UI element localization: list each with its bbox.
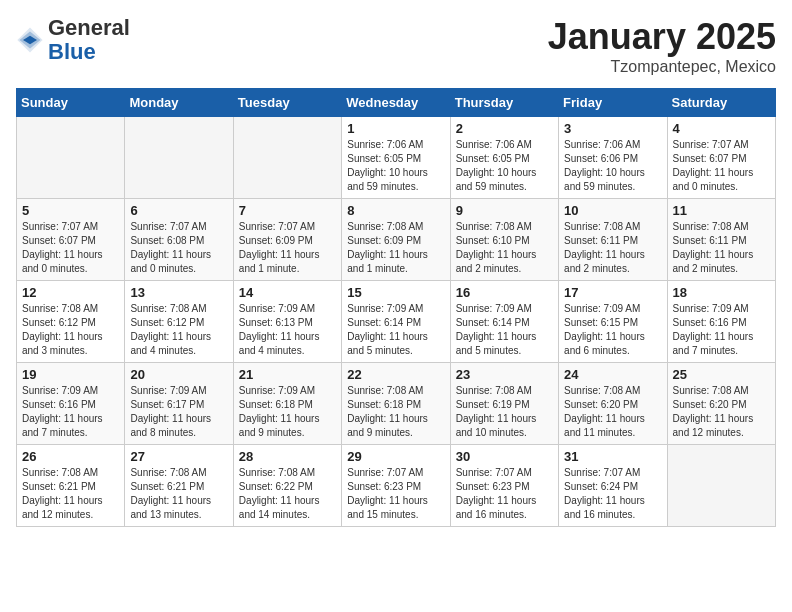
day-number: 3 xyxy=(564,121,661,136)
cell-info: Sunrise: 7:09 AM Sunset: 6:17 PM Dayligh… xyxy=(130,384,227,440)
day-number: 8 xyxy=(347,203,444,218)
day-number: 15 xyxy=(347,285,444,300)
cell-info: Sunrise: 7:08 AM Sunset: 6:11 PM Dayligh… xyxy=(564,220,661,276)
day-number: 12 xyxy=(22,285,119,300)
day-number: 9 xyxy=(456,203,553,218)
calendar-cell: 7Sunrise: 7:07 AM Sunset: 6:09 PM Daylig… xyxy=(233,199,341,281)
day-number: 27 xyxy=(130,449,227,464)
calendar-cell: 15Sunrise: 7:09 AM Sunset: 6:14 PM Dayli… xyxy=(342,281,450,363)
day-number: 29 xyxy=(347,449,444,464)
day-number: 14 xyxy=(239,285,336,300)
day-number: 24 xyxy=(564,367,661,382)
cell-info: Sunrise: 7:07 AM Sunset: 6:24 PM Dayligh… xyxy=(564,466,661,522)
cell-info: Sunrise: 7:08 AM Sunset: 6:18 PM Dayligh… xyxy=(347,384,444,440)
weekday-header-thursday: Thursday xyxy=(450,89,558,117)
page-header: General Blue January 2025 Tzompantepec, … xyxy=(16,16,776,76)
calendar-cell: 13Sunrise: 7:08 AM Sunset: 6:12 PM Dayli… xyxy=(125,281,233,363)
title-block: January 2025 Tzompantepec, Mexico xyxy=(548,16,776,76)
day-number: 21 xyxy=(239,367,336,382)
calendar-cell: 26Sunrise: 7:08 AM Sunset: 6:21 PM Dayli… xyxy=(17,445,125,527)
cell-info: Sunrise: 7:08 AM Sunset: 6:10 PM Dayligh… xyxy=(456,220,553,276)
cell-info: Sunrise: 7:09 AM Sunset: 6:16 PM Dayligh… xyxy=(673,302,770,358)
day-number: 16 xyxy=(456,285,553,300)
cell-info: Sunrise: 7:08 AM Sunset: 6:09 PM Dayligh… xyxy=(347,220,444,276)
day-number: 23 xyxy=(456,367,553,382)
cell-info: Sunrise: 7:09 AM Sunset: 6:15 PM Dayligh… xyxy=(564,302,661,358)
calendar-cell: 12Sunrise: 7:08 AM Sunset: 6:12 PM Dayli… xyxy=(17,281,125,363)
day-number: 19 xyxy=(22,367,119,382)
cell-info: Sunrise: 7:09 AM Sunset: 6:13 PM Dayligh… xyxy=(239,302,336,358)
calendar-table: SundayMondayTuesdayWednesdayThursdayFrid… xyxy=(16,88,776,527)
cell-info: Sunrise: 7:07 AM Sunset: 6:07 PM Dayligh… xyxy=(673,138,770,194)
weekday-header-row: SundayMondayTuesdayWednesdayThursdayFrid… xyxy=(17,89,776,117)
day-number: 22 xyxy=(347,367,444,382)
calendar-cell: 8Sunrise: 7:08 AM Sunset: 6:09 PM Daylig… xyxy=(342,199,450,281)
calendar-cell: 19Sunrise: 7:09 AM Sunset: 6:16 PM Dayli… xyxy=(17,363,125,445)
cell-info: Sunrise: 7:08 AM Sunset: 6:19 PM Dayligh… xyxy=(456,384,553,440)
location: Tzompantepec, Mexico xyxy=(548,58,776,76)
calendar-week-1: 1Sunrise: 7:06 AM Sunset: 6:05 PM Daylig… xyxy=(17,117,776,199)
cell-info: Sunrise: 7:08 AM Sunset: 6:20 PM Dayligh… xyxy=(673,384,770,440)
calendar-cell: 25Sunrise: 7:08 AM Sunset: 6:20 PM Dayli… xyxy=(667,363,775,445)
weekday-header-monday: Monday xyxy=(125,89,233,117)
logo-general-text: General xyxy=(48,15,130,40)
cell-info: Sunrise: 7:07 AM Sunset: 6:08 PM Dayligh… xyxy=(130,220,227,276)
day-number: 2 xyxy=(456,121,553,136)
day-number: 13 xyxy=(130,285,227,300)
calendar-cell: 2Sunrise: 7:06 AM Sunset: 6:05 PM Daylig… xyxy=(450,117,558,199)
cell-info: Sunrise: 7:06 AM Sunset: 6:05 PM Dayligh… xyxy=(456,138,553,194)
cell-info: Sunrise: 7:08 AM Sunset: 6:11 PM Dayligh… xyxy=(673,220,770,276)
calendar-cell: 22Sunrise: 7:08 AM Sunset: 6:18 PM Dayli… xyxy=(342,363,450,445)
day-number: 7 xyxy=(239,203,336,218)
calendar-cell: 30Sunrise: 7:07 AM Sunset: 6:23 PM Dayli… xyxy=(450,445,558,527)
cell-info: Sunrise: 7:07 AM Sunset: 6:07 PM Dayligh… xyxy=(22,220,119,276)
cell-info: Sunrise: 7:09 AM Sunset: 6:18 PM Dayligh… xyxy=(239,384,336,440)
logo: General Blue xyxy=(16,16,130,64)
cell-info: Sunrise: 7:09 AM Sunset: 6:14 PM Dayligh… xyxy=(456,302,553,358)
calendar-cell xyxy=(233,117,341,199)
day-number: 26 xyxy=(22,449,119,464)
day-number: 28 xyxy=(239,449,336,464)
calendar-cell: 28Sunrise: 7:08 AM Sunset: 6:22 PM Dayli… xyxy=(233,445,341,527)
day-number: 17 xyxy=(564,285,661,300)
day-number: 5 xyxy=(22,203,119,218)
calendar-cell: 5Sunrise: 7:07 AM Sunset: 6:07 PM Daylig… xyxy=(17,199,125,281)
calendar-week-5: 26Sunrise: 7:08 AM Sunset: 6:21 PM Dayli… xyxy=(17,445,776,527)
cell-info: Sunrise: 7:07 AM Sunset: 6:23 PM Dayligh… xyxy=(456,466,553,522)
weekday-header-friday: Friday xyxy=(559,89,667,117)
calendar-cell: 10Sunrise: 7:08 AM Sunset: 6:11 PM Dayli… xyxy=(559,199,667,281)
day-number: 25 xyxy=(673,367,770,382)
calendar-cell: 31Sunrise: 7:07 AM Sunset: 6:24 PM Dayli… xyxy=(559,445,667,527)
cell-info: Sunrise: 7:06 AM Sunset: 6:05 PM Dayligh… xyxy=(347,138,444,194)
calendar-cell: 18Sunrise: 7:09 AM Sunset: 6:16 PM Dayli… xyxy=(667,281,775,363)
calendar-cell: 4Sunrise: 7:07 AM Sunset: 6:07 PM Daylig… xyxy=(667,117,775,199)
calendar-cell: 3Sunrise: 7:06 AM Sunset: 6:06 PM Daylig… xyxy=(559,117,667,199)
cell-info: Sunrise: 7:08 AM Sunset: 6:12 PM Dayligh… xyxy=(130,302,227,358)
cell-info: Sunrise: 7:07 AM Sunset: 6:09 PM Dayligh… xyxy=(239,220,336,276)
calendar-week-3: 12Sunrise: 7:08 AM Sunset: 6:12 PM Dayli… xyxy=(17,281,776,363)
cell-info: Sunrise: 7:08 AM Sunset: 6:21 PM Dayligh… xyxy=(130,466,227,522)
cell-info: Sunrise: 7:09 AM Sunset: 6:14 PM Dayligh… xyxy=(347,302,444,358)
calendar-week-4: 19Sunrise: 7:09 AM Sunset: 6:16 PM Dayli… xyxy=(17,363,776,445)
weekday-header-saturday: Saturday xyxy=(667,89,775,117)
day-number: 6 xyxy=(130,203,227,218)
calendar-cell xyxy=(125,117,233,199)
calendar-week-2: 5Sunrise: 7:07 AM Sunset: 6:07 PM Daylig… xyxy=(17,199,776,281)
cell-info: Sunrise: 7:09 AM Sunset: 6:16 PM Dayligh… xyxy=(22,384,119,440)
calendar-cell: 24Sunrise: 7:08 AM Sunset: 6:20 PM Dayli… xyxy=(559,363,667,445)
calendar-cell: 20Sunrise: 7:09 AM Sunset: 6:17 PM Dayli… xyxy=(125,363,233,445)
weekday-header-sunday: Sunday xyxy=(17,89,125,117)
calendar-cell: 6Sunrise: 7:07 AM Sunset: 6:08 PM Daylig… xyxy=(125,199,233,281)
calendar-cell: 14Sunrise: 7:09 AM Sunset: 6:13 PM Dayli… xyxy=(233,281,341,363)
cell-info: Sunrise: 7:06 AM Sunset: 6:06 PM Dayligh… xyxy=(564,138,661,194)
cell-info: Sunrise: 7:07 AM Sunset: 6:23 PM Dayligh… xyxy=(347,466,444,522)
calendar-cell xyxy=(17,117,125,199)
calendar-cell: 1Sunrise: 7:06 AM Sunset: 6:05 PM Daylig… xyxy=(342,117,450,199)
cell-info: Sunrise: 7:08 AM Sunset: 6:20 PM Dayligh… xyxy=(564,384,661,440)
day-number: 20 xyxy=(130,367,227,382)
calendar-cell: 9Sunrise: 7:08 AM Sunset: 6:10 PM Daylig… xyxy=(450,199,558,281)
calendar-cell xyxy=(667,445,775,527)
day-number: 30 xyxy=(456,449,553,464)
calendar-cell: 16Sunrise: 7:09 AM Sunset: 6:14 PM Dayli… xyxy=(450,281,558,363)
logo-blue-text: Blue xyxy=(48,39,96,64)
